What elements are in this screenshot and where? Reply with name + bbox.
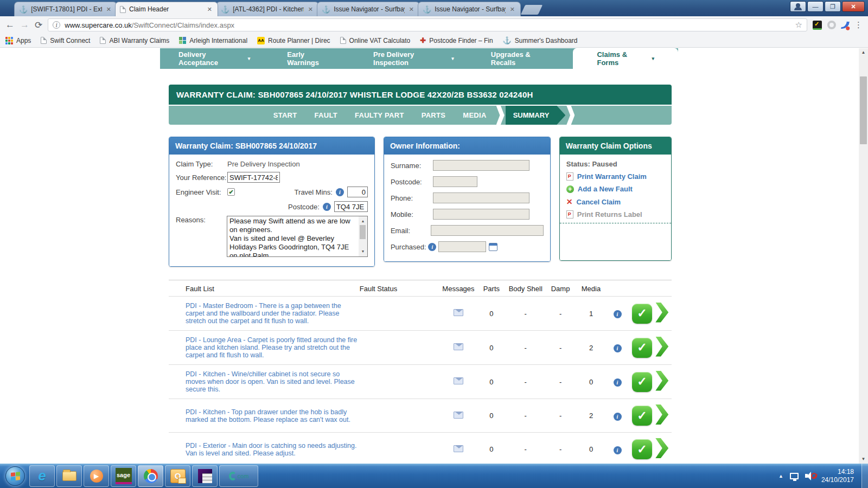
owner-postcode-input[interactable] bbox=[433, 176, 477, 187]
taskbar-com-app[interactable]: com bbox=[219, 465, 258, 487]
nav-tab-upgrades-recalls[interactable]: Upgrades & Recalls bbox=[473, 48, 573, 69]
scroll-up-icon[interactable]: ▲ bbox=[859, 48, 868, 57]
surname-input[interactable] bbox=[433, 160, 529, 171]
info-icon[interactable]: i bbox=[614, 413, 622, 421]
back-button[interactable]: ← bbox=[5, 20, 15, 30]
print-returns-label-link[interactable]: Print Returns Label bbox=[566, 210, 665, 219]
step-summary-active[interactable]: SUMMARY bbox=[506, 106, 566, 125]
nav-tab-delivery-acceptance[interactable]: Delivery Acceptance▾ bbox=[160, 48, 269, 69]
message-envelope-icon[interactable] bbox=[454, 377, 463, 384]
start-button[interactable] bbox=[5, 466, 25, 486]
close-button[interactable]: ✕ bbox=[842, 1, 865, 12]
tab-close-icon[interactable]: ✕ bbox=[307, 6, 314, 13]
scroll-down-icon[interactable]: ▼ bbox=[859, 455, 868, 464]
page-scrollbar[interactable]: ▲ ▼ bbox=[859, 48, 868, 464]
forward-button[interactable]: → bbox=[20, 20, 29, 30]
message-envelope-icon[interactable] bbox=[454, 412, 463, 419]
purchased-date-input[interactable] bbox=[438, 241, 486, 252]
message-envelope-icon[interactable] bbox=[454, 343, 463, 350]
bookmark-star-icon[interactable]: ☆ bbox=[795, 20, 802, 30]
taskbar-spreadsheet-app[interactable] bbox=[192, 465, 218, 487]
bookmark-route-planner[interactable]: AARoute Planner | Direc bbox=[257, 37, 330, 44]
bookmark-swift-connect[interactable]: Swift Connect bbox=[41, 37, 90, 44]
taskbar-clock[interactable]: 14:1824/10/2017 bbox=[821, 468, 854, 484]
taskbar-chrome-active[interactable] bbox=[138, 465, 163, 487]
open-fault-arrow-button[interactable] bbox=[655, 303, 668, 323]
nav-tab-early-warnings[interactable]: Early Warnings bbox=[269, 48, 355, 69]
message-envelope-icon[interactable] bbox=[454, 309, 463, 316]
nav-tab-claims-forms[interactable]: Claims & Forms▾ bbox=[573, 48, 678, 69]
complete-check-button[interactable]: ✓ bbox=[632, 439, 652, 459]
show-desktop-button[interactable] bbox=[861, 464, 868, 488]
browser-tab-2-active[interactable]: Claim Header ✕ bbox=[115, 2, 218, 16]
step-media[interactable]: MEDIA bbox=[463, 111, 486, 119]
browser-tab-3[interactable]: ⚓ [ATL-4362] PDI - Kitchen ✕ bbox=[216, 2, 319, 16]
tab-close-icon[interactable]: ✕ bbox=[206, 6, 213, 13]
info-icon[interactable]: i bbox=[614, 344, 622, 352]
new-tab-button[interactable] bbox=[521, 5, 542, 15]
bookmark-arleigh[interactable]: Arleigh International bbox=[179, 37, 247, 44]
travel-mins-input[interactable] bbox=[347, 187, 368, 197]
info-icon[interactable]: i bbox=[614, 446, 622, 454]
bookmark-apps[interactable]: Apps bbox=[5, 37, 31, 44]
open-fault-arrow-button[interactable] bbox=[655, 404, 668, 425]
scroll-thumb[interactable] bbox=[360, 225, 366, 239]
tab-close-icon[interactable]: ✕ bbox=[509, 6, 516, 13]
message-envelope-icon[interactable] bbox=[454, 445, 463, 452]
print-warranty-claim-link[interactable]: Print Warranty Claim bbox=[566, 172, 665, 181]
extension-phone-icon[interactable] bbox=[841, 21, 850, 30]
phone-input[interactable] bbox=[433, 192, 529, 203]
network-icon[interactable] bbox=[790, 473, 799, 479]
extension-checkmark-icon[interactable] bbox=[813, 21, 822, 30]
complete-check-button[interactable]: ✓ bbox=[632, 304, 652, 324]
browser-tab-4[interactable]: ⚓ Issue Navigator - Surfbay ✕ bbox=[317, 2, 420, 16]
extension-circle-icon[interactable] bbox=[827, 21, 836, 29]
tray-expand-icon[interactable]: ▲ bbox=[778, 473, 783, 479]
reload-button[interactable]: ⟳ bbox=[35, 20, 42, 31]
complete-check-button[interactable]: ✓ bbox=[632, 338, 652, 358]
step-start[interactable]: START bbox=[273, 111, 297, 119]
browser-tab-5[interactable]: ⚓ Issue Navigator - Surfbay ✕ bbox=[418, 2, 521, 16]
chrome-menu-icon[interactable]: ⋮ bbox=[854, 20, 863, 30]
minimize-button[interactable]: — bbox=[807, 1, 824, 12]
tab-close-icon[interactable]: ✕ bbox=[408, 6, 415, 13]
fault-description-link[interactable]: PDI - Master Bedroom - There is a gap be… bbox=[186, 302, 360, 325]
open-fault-arrow-button[interactable] bbox=[655, 337, 668, 357]
taskbar-media-player[interactable]: ▶ bbox=[84, 465, 109, 487]
reference-input[interactable] bbox=[227, 172, 280, 183]
complete-check-button[interactable]: ✓ bbox=[632, 372, 652, 392]
step-fault[interactable]: FAULT bbox=[315, 111, 337, 119]
calendar-icon[interactable] bbox=[489, 243, 497, 251]
step-parts[interactable]: PARTS bbox=[422, 111, 446, 119]
info-icon[interactable]: i bbox=[323, 203, 331, 211]
profile-button[interactable] bbox=[790, 1, 806, 12]
step-faulty-part[interactable]: FAULTY PART bbox=[355, 111, 404, 119]
nav-tab-pre-delivery-inspection[interactable]: Pre Delivery Inspection▾ bbox=[355, 48, 473, 69]
cancel-claim-link[interactable]: ✕Cancel Claim bbox=[566, 197, 665, 206]
email-input[interactable] bbox=[431, 225, 544, 236]
complete-check-button[interactable]: ✓ bbox=[632, 406, 652, 426]
bookmark-vat-calculator[interactable]: Online VAT Calculato bbox=[340, 37, 411, 44]
browser-tab-1[interactable]: ⚓ [SWIFT-17801] PDI - Exte ✕ bbox=[14, 2, 117, 16]
taskbar-outlook[interactable]: O bbox=[165, 465, 190, 487]
textarea-scrollbar[interactable]: ▲▼ bbox=[359, 216, 367, 256]
fault-description-link[interactable]: PDI - Kitchen - Top pan drawer under the… bbox=[186, 408, 360, 423]
taskbar-internet-explorer[interactable]: e bbox=[29, 465, 55, 487]
open-fault-arrow-button[interactable] bbox=[655, 438, 668, 458]
bookmark-postcode-finder[interactable]: ✚Postcode Finder – Fin bbox=[420, 36, 493, 44]
add-new-fault-link[interactable]: +Add a New Fault bbox=[566, 185, 665, 193]
scroll-down-icon[interactable]: ▼ bbox=[359, 247, 367, 256]
scroll-thumb[interactable] bbox=[860, 76, 867, 144]
site-info-icon[interactable]: i bbox=[53, 21, 60, 29]
fault-description-link[interactable]: PDI - Kitchen - Wine/chiller cabinet is … bbox=[186, 370, 360, 393]
bookmark-summers-dashboard[interactable]: ⚓Summer's Dashboard bbox=[503, 36, 578, 44]
volume-muted-icon[interactable] bbox=[805, 472, 815, 480]
engineer-visit-checkbox[interactable]: ✔ bbox=[227, 188, 235, 196]
info-icon[interactable]: i bbox=[428, 243, 436, 251]
taskbar-file-explorer[interactable] bbox=[56, 465, 82, 487]
info-icon[interactable]: i bbox=[614, 378, 622, 387]
info-icon[interactable]: i bbox=[614, 310, 622, 318]
info-icon[interactable]: i bbox=[336, 188, 344, 196]
fault-description-link[interactable]: PDI - Exterior - Main door is catching s… bbox=[186, 442, 360, 457]
maximize-button[interactable]: ❐ bbox=[825, 1, 841, 12]
